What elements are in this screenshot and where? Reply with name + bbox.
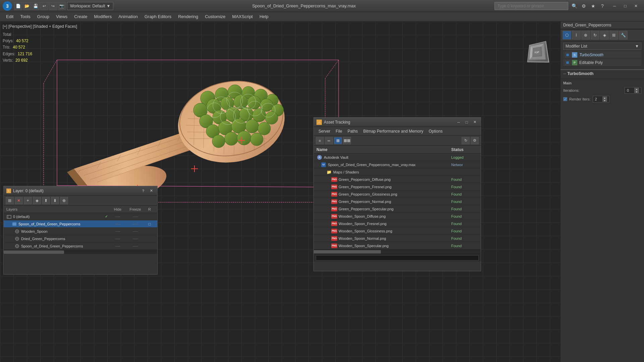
screenshot-btn[interactable]: 📷 — [58, 2, 66, 10]
asset-row-spec2[interactable]: PNG Wooden_Spoon_Specular.png Found — [314, 242, 481, 249]
cube-face-top[interactable]: TOP — [527, 41, 549, 63]
render-iters-down[interactable]: ▼ — [602, 99, 607, 102]
asset-tb-large[interactable]: ▦▦ — [343, 137, 351, 144]
iterations-spinner[interactable]: ▲ ▼ — [634, 88, 639, 93]
layer-row-spoon-dried[interactable]: Spoon_of_Dried_Green_Peppercorns ── ── — [4, 242, 157, 250]
menu-tools[interactable]: Tools — [17, 13, 34, 20]
asset-title-bar[interactable]: A Asset Tracking ─ □ ✕ — [314, 118, 481, 127]
asset-tb-detail[interactable]: ▦ — [334, 137, 342, 144]
tool-modify[interactable]: ⬡ — [563, 31, 571, 40]
tool-create[interactable]: I — [572, 31, 581, 40]
asset-menu-bitmap[interactable]: Bitmap Performance and Memory — [360, 128, 426, 134]
asset-status-input[interactable] — [316, 255, 479, 261]
asset-row-normal1[interactable]: PNG Green_Peppercorn_Normal.png Found — [314, 198, 481, 205]
search-input[interactable] — [494, 2, 568, 10]
asset-tb-grid[interactable]: ═ — [325, 137, 333, 144]
asset-close-btn[interactable]: ✕ — [471, 120, 478, 125]
layer-tb-select[interactable]: ◈ — [33, 197, 41, 204]
redo-btn[interactable]: ↪ — [49, 2, 57, 10]
verts-row: Verts: 20 692 — [3, 57, 32, 64]
menu-customize[interactable]: Customize — [201, 13, 229, 20]
asset-maximize-btn[interactable]: □ — [463, 120, 470, 125]
star-icon[interactable]: ★ — [589, 2, 597, 10]
tool-motion[interactable]: ◈ — [600, 31, 609, 40]
maximize-btn[interactable]: □ — [620, 2, 631, 10]
menu-group[interactable]: Group — [34, 13, 53, 20]
search-icon[interactable]: 🔍 — [570, 2, 578, 10]
minimize-btn[interactable]: ─ — [609, 2, 620, 10]
menu-help[interactable]: Help — [256, 13, 272, 20]
menu-create[interactable]: Create — [71, 13, 91, 20]
asset-row-gloss2[interactable]: PNG Wooden_Spoon_Glossiness.png Found — [314, 227, 481, 235]
menu-edit[interactable]: Edit — [3, 13, 17, 20]
asset-tb-settings[interactable]: ⚙ — [471, 137, 479, 144]
open-btn[interactable]: 📂 — [23, 2, 31, 10]
asset-menu-options[interactable]: Options — [426, 128, 445, 134]
layer-row-spoon-group[interactable]: Spoon_of_Dried_Green_Peppercorns ── ── □ — [4, 220, 157, 228]
asset-minimize-btn[interactable]: ─ — [455, 120, 462, 125]
tool-display[interactable]: ⊞ — [609, 31, 618, 40]
help-icon[interactable]: ? — [598, 2, 606, 10]
navigation-cube[interactable]: TOP — [527, 42, 553, 68]
layer-tb-new[interactable]: ⊞ — [6, 197, 14, 204]
layer-tb-move[interactable]: ⬆ — [42, 197, 50, 204]
asset-row-normal2[interactable]: PNG Wooden_Spoon_Normal.png Found — [314, 235, 481, 242]
layer-tb-merge[interactable]: ⬇ — [51, 197, 59, 204]
modifier-item-turbosmooth[interactable]: S TurboSmooth — [563, 51, 641, 59]
layer-row-wooden-spoon[interactable]: Wooden_Spoon ── ── — [4, 228, 157, 235]
iterations-up[interactable]: ▲ — [634, 88, 639, 90]
undo-btn[interactable]: ↩ — [40, 2, 48, 10]
asset-row-gloss1[interactable]: PNG Green_Peppercorn_Glossiness.png Foun… — [314, 191, 481, 198]
asset-tb-refresh[interactable]: ↻ — [462, 137, 470, 144]
render-iters-value[interactable]: 2 ▲ ▼ — [593, 96, 609, 102]
layer-tb-options[interactable]: ⊕ — [60, 197, 68, 204]
tool-add[interactable]: ⊕ — [581, 31, 590, 40]
menu-maxscript[interactable]: MAXScript — [229, 13, 256, 20]
layer-title-bar[interactable]: L Layer: 0 (default) ? ✕ — [4, 186, 157, 196]
asset-png-icon-10: PNG — [331, 243, 337, 248]
menu-graph-editors[interactable]: Graph Editors — [141, 13, 175, 20]
iterations-down[interactable]: ▼ — [634, 90, 639, 93]
turbosmooth-collapse-header[interactable]: ─ TurboSmooth — [561, 69, 644, 77]
asset-row-fresnel2[interactable]: PNG Wooden_Spoon_Fresnel.png Found — [314, 220, 481, 227]
menu-rendering[interactable]: Rendering — [175, 13, 201, 20]
workspace-dropdown[interactable]: Workspace: Default ▼ — [67, 2, 113, 10]
asset-row-max-file[interactable]: M Spoon_of_Dried_Green_Peppercorns_max_v… — [314, 161, 481, 168]
layer-row-default[interactable]: 0 (default) ✓ ── ── — [4, 213, 157, 220]
asset-toolbar: ≡ ═ ▦ ▦▦ ↻ ⚙ — [314, 136, 481, 146]
save-btn[interactable]: 💾 — [32, 2, 40, 10]
asset-scroll-thumb-h[interactable] — [314, 250, 381, 254]
layer-scrollbar[interactable] — [4, 250, 157, 254]
render-iters-spinner[interactable]: ▲ ▼ — [602, 96, 607, 102]
modifier-item-editable-poly[interactable]: P Editable Poly — [563, 59, 641, 67]
asset-menu-server[interactable]: Server — [316, 128, 333, 134]
tool-hierarchy[interactable]: ↻ — [591, 31, 599, 40]
asset-row-diffuse2[interactable]: PNG Wooden_Spoon_Diffuse.png Found — [314, 213, 481, 220]
asset-tb-list[interactable]: ≡ — [316, 137, 324, 144]
menu-modifiers[interactable]: Modifiers — [91, 13, 115, 20]
tool-utilities[interactable]: 🔧 — [619, 31, 628, 40]
modifier-list-dropdown[interactable]: Modifier List ▼ — [563, 43, 641, 50]
new-btn[interactable]: 📄 — [14, 2, 22, 10]
asset-row-diffuse1[interactable]: PNG Green_Peppercorn_Diffuse.png Found — [314, 176, 481, 183]
asset-scrollbar-horizontal[interactable] — [314, 249, 481, 254]
settings-icon[interactable]: ⚙ — [580, 2, 588, 10]
layer-close-btn[interactable]: ✕ — [148, 188, 155, 194]
menu-views[interactable]: Views — [53, 13, 71, 20]
layer-tb-add[interactable]: + — [24, 197, 32, 204]
layer-row-peppercorns[interactable]: Dried_Green_Peppercorns ── ── — [4, 235, 157, 242]
asset-menu-file[interactable]: File — [333, 128, 345, 134]
render-iters-checkbox[interactable]: ✓ — [563, 97, 567, 101]
layer-question-btn[interactable]: ? — [140, 188, 147, 194]
asset-row-fresnel1[interactable]: PNG Green_Peppercorn_Fresnel.png Found — [314, 183, 481, 191]
layer-scroll-thumb[interactable] — [4, 250, 64, 254]
iterations-value[interactable]: 0 ▲ ▼ — [625, 87, 641, 94]
layer-tb-delete[interactable]: ✕ — [15, 197, 23, 204]
asset-menu-paths[interactable]: Paths — [345, 128, 361, 134]
render-iters-up[interactable]: ▲ — [602, 96, 607, 99]
close-btn[interactable]: ✕ — [631, 2, 641, 10]
asset-row-spec1[interactable]: PNG Green_Peppercorn_Specular.png Found — [314, 205, 481, 213]
asset-row-maps[interactable]: 📁 Maps / Shaders — [314, 168, 481, 176]
menu-animation[interactable]: Animation — [115, 13, 141, 20]
asset-row-vault[interactable]: A Autodesk Vault Logged — [314, 154, 481, 161]
